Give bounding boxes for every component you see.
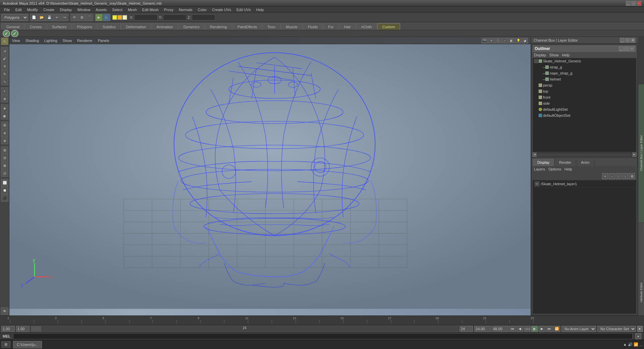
step-forward-btn[interactable]: ▶ xyxy=(539,326,545,332)
redo-button[interactable]: ↪ xyxy=(61,14,68,21)
menu-edit-uvs[interactable]: Edit UVs xyxy=(234,7,254,13)
char-set-select[interactable]: No Character Set xyxy=(597,326,636,332)
timeline-playback-range[interactable]: 24 xyxy=(31,326,458,332)
play-forward-btn[interactable]: ▶ xyxy=(531,326,538,332)
status-expand-btn[interactable]: ▸ xyxy=(635,333,641,339)
tab-fur[interactable]: Fur xyxy=(323,23,339,30)
range-end-field[interactable] xyxy=(460,326,473,332)
bend-tool[interactable]: ⊗ xyxy=(1,137,8,144)
tab-rendering[interactable]: Rendering xyxy=(205,23,232,30)
render-region[interactable]: ⬜ xyxy=(1,179,8,186)
render-settings[interactable]: ⬛ xyxy=(1,194,8,202)
anim-layer-select[interactable]: No Anim Layer xyxy=(561,326,596,332)
timeline-area[interactable]: 1357911131517192123 xyxy=(0,315,644,325)
render-button[interactable]: ▶ xyxy=(95,14,103,21)
total-end-field[interactable] xyxy=(492,326,508,332)
paint-tool[interactable]: 🖌 xyxy=(1,55,8,62)
end-frame-field[interactable] xyxy=(474,326,491,332)
grid-tool-d[interactable]: ⊡ xyxy=(1,169,8,177)
vp-cam-icon[interactable]: 📷 xyxy=(482,38,488,43)
tab-curves[interactable]: Curves xyxy=(25,23,47,30)
scale-tool[interactable]: ⤡ xyxy=(1,78,8,85)
menu-proxy[interactable]: Proxy xyxy=(161,7,176,13)
tab-animation[interactable]: Animation xyxy=(152,23,178,30)
maximize-button[interactable]: □ xyxy=(631,1,636,6)
outliner-item-defaultlightset[interactable]: defaultLightSet xyxy=(533,106,636,112)
transform-button[interactable]: ⟲ xyxy=(70,14,78,21)
new-file-button[interactable]: 📄 xyxy=(30,14,38,21)
save-file-button[interactable]: 💾 xyxy=(46,14,53,21)
mel-input[interactable] xyxy=(13,333,633,339)
menu-file[interactable]: File xyxy=(1,7,13,13)
check-circle-2[interactable]: ✓ xyxy=(11,30,18,37)
layer-new-btn[interactable]: + xyxy=(602,173,608,179)
close-button[interactable]: × xyxy=(637,1,641,6)
layer-menu-layers[interactable]: Layers xyxy=(534,167,545,171)
expand-icon[interactable]: - xyxy=(534,59,538,63)
menu-window[interactable]: Window xyxy=(74,7,93,13)
universal-manip[interactable]: ⊕ xyxy=(1,95,8,102)
outliner-item-front[interactable]: front xyxy=(533,94,636,100)
tab-deformation[interactable]: Deformation xyxy=(121,23,151,30)
vp-grid-icon[interactable]: # xyxy=(488,38,494,43)
snap-grid-button[interactable]: ⊞ xyxy=(78,14,86,21)
outliner-item-defaultobjectset[interactable]: defaultObjectSet xyxy=(533,112,636,118)
outliner-item-top[interactable]: top xyxy=(533,88,636,94)
viewport[interactable]: View Shading Lighting Show Renderer Pane… xyxy=(9,37,531,315)
menu-edit[interactable]: Edit xyxy=(13,7,24,13)
menu-normals[interactable]: Normals xyxy=(176,7,195,13)
outliner-close[interactable]: × xyxy=(630,46,634,51)
snap-tool[interactable]: ◈ xyxy=(1,104,8,112)
jump-start-btn[interactable]: ⏮ xyxy=(509,326,516,332)
vp-shadow-icon[interactable]: ◕ xyxy=(522,38,528,43)
transport-extra-btn[interactable]: ▸ xyxy=(637,326,643,332)
step-back-btn[interactable]: ◀ xyxy=(517,326,523,332)
menu-help[interactable]: Help xyxy=(254,7,267,13)
vp-menu-lighting[interactable]: Lighting xyxy=(44,39,57,43)
current-frame-field[interactable] xyxy=(16,326,30,332)
menu-display[interactable]: Display xyxy=(57,7,74,13)
layer-menu-help[interactable]: Help xyxy=(565,167,572,171)
open-file-button[interactable]: 📂 xyxy=(38,14,45,21)
vp-light-icon[interactable]: 💡 xyxy=(515,38,521,43)
menu-modify[interactable]: Modify xyxy=(24,7,41,13)
snap-curve-button[interactable]: ⌒ xyxy=(86,14,93,21)
vp-menu-shading[interactable]: Shading xyxy=(25,39,39,43)
outliner-scrollbar[interactable]: ◄ ► xyxy=(533,152,636,157)
layer-down-btn[interactable]: ↓ xyxy=(622,173,628,179)
poly-cube-tool[interactable]: ▪ xyxy=(1,87,8,95)
lasso-tool[interactable]: ⊿ xyxy=(1,47,8,54)
tab-dynamics[interactable]: Dynamics xyxy=(178,23,205,30)
z-coord-field[interactable] xyxy=(192,14,215,20)
grid-tool-b[interactable]: ⊟ xyxy=(1,154,8,161)
outliner-menu-display[interactable]: Display xyxy=(534,53,546,57)
move-tool[interactable]: ✛ xyxy=(1,62,8,70)
vp-smooth-icon[interactable]: ○ xyxy=(502,38,508,43)
polygon-mode-select[interactable]: Polygons xyxy=(1,14,28,21)
soft-mod-tool[interactable]: ◉ xyxy=(1,112,8,119)
light-swatch-orange[interactable] xyxy=(117,15,122,20)
layer-up-btn[interactable]: ↑ xyxy=(615,173,622,179)
undo-button[interactable]: ↩ xyxy=(53,14,61,21)
vp-menu-renderer[interactable]: Renderer xyxy=(77,39,93,43)
channel-box-edge-tab[interactable]: Channel Box / Layer Editor xyxy=(638,84,644,222)
tab-polygons[interactable]: Polygons xyxy=(72,23,97,30)
channel-box-minimize[interactable]: _ xyxy=(620,38,625,43)
tab-fluids[interactable]: Fluids xyxy=(303,23,323,30)
vp-menu-view[interactable]: View xyxy=(12,39,20,43)
layer-tab-render[interactable]: Render xyxy=(554,159,576,166)
outliner-menu-show[interactable]: Show xyxy=(549,53,559,57)
taskbar-maya-item[interactable]: C:\Users\[u... xyxy=(13,341,42,348)
outliner-maximize[interactable]: □ xyxy=(624,46,629,51)
loop-btn[interactable]: 🔁 xyxy=(553,326,560,332)
layer-item-helmet[interactable]: V /Skate_Helmet_layer1 xyxy=(533,180,636,188)
attribute-editor-edge-tab[interactable]: Attribute Editor xyxy=(638,223,644,315)
scroll-right-btn[interactable]: ► xyxy=(632,153,636,157)
ipr-render-button[interactable]: ▷ xyxy=(103,14,110,21)
layer-tab-anim[interactable]: Anim xyxy=(576,159,594,166)
tab-toon[interactable]: Toon xyxy=(262,23,280,30)
menu-color[interactable]: Color xyxy=(195,7,209,13)
taskbar-start-button[interactable]: ⊞ xyxy=(1,341,10,348)
grid-tool-a[interactable]: ⊞ xyxy=(1,146,8,154)
tab-muscle[interactable]: Muscle xyxy=(281,23,303,30)
